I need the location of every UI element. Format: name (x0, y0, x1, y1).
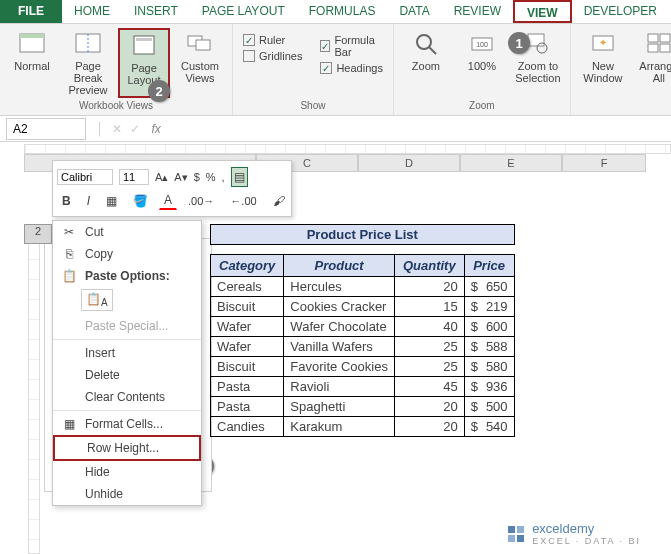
border-icon[interactable]: ▦ (101, 192, 122, 210)
customviews-button[interactable]: Custom Views (174, 28, 226, 98)
ctx-pasteoptions: 📋Paste Options: (53, 265, 201, 287)
ruler-checkbox[interactable]: Ruler (243, 34, 302, 46)
enter-icon[interactable]: ✓ (126, 122, 144, 136)
comma-icon[interactable]: , (222, 171, 225, 183)
format-icon[interactable]: ▤ (231, 167, 248, 187)
row-header-2[interactable]: 2 (24, 224, 52, 244)
copy-icon: ⎘ (61, 247, 77, 261)
ribbon-tabs: FILE HOME INSERT PAGE LAYOUT FORMULAS DA… (0, 0, 671, 24)
table-row[interactable]: BiscuitCookies Cracker15$219 (211, 297, 515, 317)
formatpainter-icon[interactable]: 🖌 (268, 192, 290, 210)
normal-view-button[interactable]: Normal (6, 28, 58, 98)
ctx-rowheight[interactable]: Row Height... (53, 435, 201, 461)
font-select[interactable] (57, 169, 113, 185)
bold-button[interactable]: B (57, 192, 76, 210)
pagebreak-button[interactable]: Page Break Preview (62, 28, 114, 98)
tab-data[interactable]: DATA (387, 0, 441, 23)
fx-label[interactable]: fx (144, 122, 169, 136)
tab-home[interactable]: HOME (62, 0, 122, 23)
table-row[interactable]: BiscuitFavorite Cookies25$580 (211, 357, 515, 377)
svg-rect-17 (660, 34, 670, 42)
paste-option-icon[interactable]: 📋A (81, 289, 113, 311)
svg-rect-23 (517, 526, 524, 533)
ctx-copy[interactable]: ⎘Copy (53, 243, 201, 265)
ctx-delete[interactable]: Delete (53, 364, 201, 386)
ctx-clear[interactable]: Clear Contents (53, 386, 201, 408)
ctx-hide[interactable]: Hide (53, 461, 201, 483)
col-e[interactable]: E (460, 154, 562, 172)
ctx-unhide[interactable]: Unhide (53, 483, 201, 505)
fillcolor-icon[interactable]: 🪣 (128, 192, 153, 210)
zoom100-button[interactable]: 100100% (456, 28, 508, 86)
vertical-ruler (28, 238, 40, 554)
group-label-views: Workbook Views (79, 98, 153, 115)
headings-checkbox[interactable]: Headings (320, 62, 382, 74)
svg-rect-12 (528, 34, 544, 46)
col-d[interactable]: D (358, 154, 460, 172)
gridlines-checkbox[interactable]: Gridlines (243, 50, 302, 62)
group-label-show: Show (300, 98, 325, 115)
dec-inc-icon[interactable]: .00→ (183, 193, 219, 209)
table-row[interactable]: WaferVanilla Wafers25$588 (211, 337, 515, 357)
ctx-pastespecial[interactable]: Paste Special... (53, 315, 201, 337)
percent-icon[interactable]: % (206, 171, 216, 183)
fbar-sep: │ (92, 122, 108, 136)
svg-text:✦: ✦ (599, 37, 607, 48)
svg-rect-19 (660, 44, 670, 52)
watermark: exceldemy EXCEL · DATA · BI (506, 521, 641, 546)
fontsize-select[interactable] (119, 169, 149, 185)
th-product[interactable]: Product (284, 255, 395, 277)
cancel-icon[interactable]: ✕ (108, 122, 126, 136)
dec-dec-icon[interactable]: ←.00 (225, 193, 261, 209)
name-box[interactable] (6, 118, 86, 140)
th-quantity[interactable]: Quantity (394, 255, 464, 277)
svg-rect-22 (508, 526, 515, 533)
formula-bar: │ ✕ ✓ fx (0, 116, 671, 142)
group-window: ✦New Window Arrange All Freeze Panes (571, 24, 671, 115)
clipboard-icon: 📋 (61, 269, 77, 283)
table-row[interactable]: PastaSpaghetti20$500 (211, 397, 515, 417)
table-row[interactable]: CerealsHercules20$650 (211, 277, 515, 297)
ctx-insert[interactable]: Insert (53, 342, 201, 364)
tab-insert[interactable]: INSERT (122, 0, 190, 23)
table-row[interactable]: WaferWafer Chocolate40$600 (211, 317, 515, 337)
logo-icon (506, 524, 526, 544)
tab-formulas[interactable]: FORMULAS (297, 0, 388, 23)
th-category[interactable]: Category (211, 255, 284, 277)
italic-button[interactable]: I (82, 192, 95, 210)
formatcells-icon: ▦ (61, 417, 77, 431)
newwindow-button[interactable]: ✦New Window (577, 28, 629, 96)
th-price[interactable]: Price (464, 255, 514, 277)
zoom-button[interactable]: Zoom (400, 28, 452, 86)
tab-pagelayout[interactable]: PAGE LAYOUT (190, 0, 297, 23)
callout-2: 2 (148, 80, 170, 102)
grow-font-icon[interactable]: A▴ (155, 171, 168, 184)
price-table: Product Price List Category Product Quan… (210, 224, 515, 437)
tab-view[interactable]: VIEW (513, 0, 572, 23)
svg-rect-18 (648, 44, 658, 52)
formulabar-checkbox[interactable]: Formula Bar (320, 34, 382, 58)
svg-text:100: 100 (476, 41, 488, 48)
table-row[interactable]: CandiesKarakum20$540 (211, 417, 515, 437)
tab-developer[interactable]: DEVELOPER (572, 0, 669, 23)
tab-review[interactable]: REVIEW (442, 0, 513, 23)
tab-file[interactable]: FILE (0, 0, 62, 23)
fontcolor-icon[interactable]: A (159, 191, 177, 210)
svg-point-8 (417, 35, 431, 49)
svg-rect-5 (136, 38, 152, 41)
group-show: Ruler Gridlines Formula Bar Headings Sho… (233, 24, 394, 115)
ribbon: Normal Page Break Preview Page Layout Cu… (0, 24, 671, 116)
svg-rect-24 (508, 535, 515, 542)
table-row[interactable]: PastaRavioli45$936 (211, 377, 515, 397)
ctx-formatcells[interactable]: ▦Format Cells... (53, 413, 201, 435)
ctx-cut[interactable]: ✂Cut (53, 221, 201, 243)
currency-icon[interactable]: $ (194, 171, 200, 183)
table-title: Product Price List (211, 225, 515, 245)
callout-1: 1 (508, 32, 530, 54)
group-zoom: Zoom 100100% Zoom to Selection Zoom (394, 24, 571, 115)
arrange-button[interactable]: Arrange All (633, 28, 671, 96)
context-menu: ✂Cut ⎘Copy 📋Paste Options: 📋A Paste Spec… (52, 220, 202, 506)
shrink-font-icon[interactable]: A▾ (174, 171, 187, 184)
col-f[interactable]: F (562, 154, 646, 172)
svg-rect-7 (196, 40, 210, 50)
